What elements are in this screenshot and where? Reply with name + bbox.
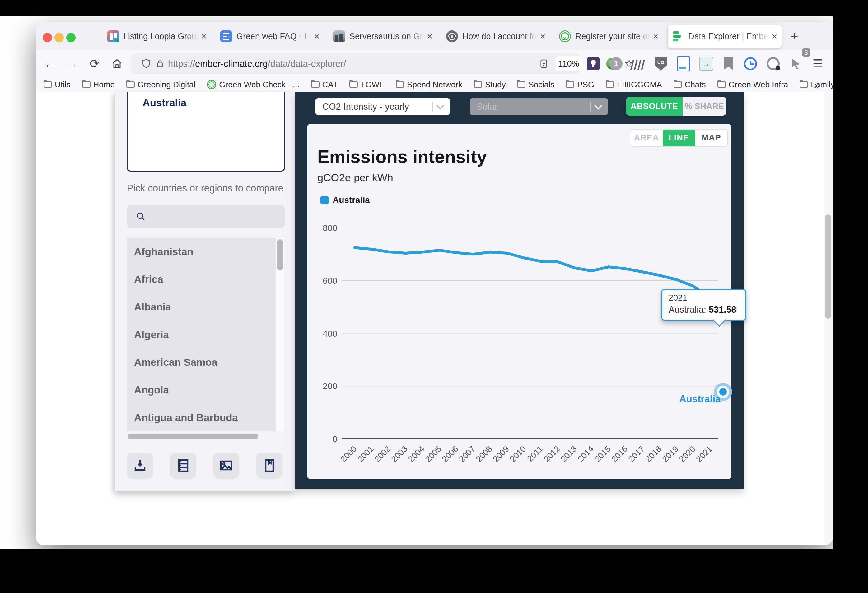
tracking-shield-icon[interactable] (140, 53, 152, 74)
minimize-window-button[interactable] (55, 33, 64, 42)
save-view-button[interactable] (256, 453, 282, 479)
tab-close-icon[interactable]: × (427, 32, 433, 41)
back-button[interactable]: ← (41, 50, 59, 78)
selected-countries-box[interactable]: Australia (127, 92, 285, 172)
chart-card: AREA LINE MAP Emissions intensity gCO2e … (307, 124, 731, 479)
selected-country[interactable]: Australia (143, 97, 186, 109)
browser-tab-2[interactable]: Green web FAQ - I am us× (216, 26, 324, 47)
bookmark-label: CAT (322, 80, 338, 90)
bookmark-item-4[interactable]: Green Web Check - ... (207, 80, 299, 90)
browser-tab-6[interactable]: Data Explorer | Ember | E× (668, 25, 781, 48)
country-list-item[interactable]: Albania (127, 293, 276, 321)
zoom-level-button[interactable]: 110% (556, 56, 582, 71)
download-data-button[interactable] (127, 453, 153, 479)
svg-text:200: 200 (323, 381, 337, 391)
bookmark-item-5[interactable]: CAT (311, 80, 338, 90)
bookmark-label: Socials (528, 80, 554, 90)
tab-close-icon[interactable]: × (201, 32, 207, 41)
metric-dropdown[interactable]: CO2 Intensity - yearly (316, 98, 450, 115)
bookmark-label: Study (485, 80, 506, 90)
tab-bar: Listing Loopia Group bra×Green web FAQ -… (36, 22, 833, 50)
extension-privacy-lock-icon[interactable] (766, 53, 781, 74)
svg-text:2006: 2006 (440, 444, 460, 464)
country-list-item[interactable]: Angola (127, 376, 276, 404)
reader-mode-icon[interactable] (537, 53, 551, 74)
bookmark-item-6[interactable]: TGWF (349, 80, 385, 90)
view-tab-area[interactable]: AREA (630, 129, 663, 146)
country-list-item[interactable]: Africa (127, 265, 276, 293)
extension-password-icon[interactable]: 1 (608, 53, 623, 74)
bookmarks-overflow-chevron[interactable]: » (814, 78, 820, 91)
url-path: /data/data-explorer/ (268, 59, 346, 69)
bookmark-item-12[interactable]: Chats (673, 80, 706, 90)
extension-ublock-icon[interactable]: UO (653, 53, 668, 74)
extension-notes-icon[interactable] (676, 53, 691, 74)
bookmark-label: Utils (55, 80, 71, 90)
tab-close-icon[interactable]: × (540, 32, 545, 41)
search-icon (136, 211, 146, 222)
reload-button[interactable]: ⟳ (86, 50, 103, 78)
tab-title: Serversaurus on Green W (349, 32, 424, 41)
country-list-item[interactable]: Antigua and Barbuda (127, 404, 276, 431)
data-table-button[interactable] (170, 453, 196, 479)
bookmark-item-10[interactable]: PSG (566, 80, 594, 90)
extension-cursor-icon[interactable]: 3 (788, 53, 803, 74)
country-list-item[interactable]: Algeria (127, 321, 276, 349)
browser-tab-5[interactable]: Register your site or serv× (555, 26, 663, 47)
country-list-item[interactable]: Afghanistan (127, 238, 276, 265)
menu-hamburger-icon[interactable]: ☰ (810, 53, 825, 74)
chart-panel: CO2 Intensity - yearly Solar ABSOLUTE % … (295, 92, 744, 489)
extension-lightbulb-icon[interactable] (586, 53, 601, 74)
chart-legend[interactable]: Australia (320, 195, 370, 205)
bookmark-label: Green Web Check - ... (219, 80, 299, 90)
share-toggle-button[interactable]: % SHARE (683, 97, 726, 116)
bookmark-item-13[interactable]: Green Web Infra (717, 80, 788, 90)
view-tab-line[interactable]: LINE (663, 129, 695, 146)
fav-doc-icon (220, 31, 232, 42)
country-list-item[interactable]: American Samoa (127, 349, 276, 376)
new-tab-button[interactable]: + (791, 29, 798, 44)
browser-tab-1[interactable]: Listing Loopia Group bra× (103, 26, 211, 47)
chart-tooltip: 2021 Australia: 531.58 (661, 289, 746, 321)
folder-icon (566, 81, 574, 88)
absolute-toggle-button[interactable]: ABSOLUTE (626, 97, 683, 116)
country-list-scroll-thumb[interactable] (277, 239, 283, 271)
fuel-dropdown-disabled[interactable]: Solar (470, 98, 608, 115)
bookmark-item-9[interactable]: Socials (517, 80, 554, 90)
extension-history-clock-icon[interactable] (743, 53, 758, 74)
bookmark-item-1[interactable]: Utils (44, 80, 71, 90)
tab-close-icon[interactable]: × (653, 32, 658, 41)
forward-button[interactable]: → (63, 50, 81, 78)
folder-icon (311, 81, 319, 88)
bookmark-item-7[interactable]: Spend Network (396, 80, 462, 90)
bookmark-item-11[interactable]: FIIIIGGGMA (606, 80, 662, 90)
fav-photo-icon (333, 31, 345, 42)
bookmark-item-8[interactable]: Study (474, 80, 506, 90)
close-window-button[interactable] (43, 33, 52, 42)
bookmark-item-2[interactable]: Home (82, 80, 115, 90)
url-text[interactable]: https://ember-climate.org/data/data-expl… (168, 53, 346, 74)
tab-close-icon[interactable]: × (314, 32, 319, 41)
view-tab-map[interactable]: MAP (695, 129, 727, 146)
folder-icon (606, 81, 614, 88)
browser-tab-3[interactable]: Serversaurus on Green W× (329, 26, 437, 47)
url-bar[interactable]: https://ember-climate.org/data/data-expl… (131, 53, 579, 74)
extension-pocket-icon[interactable] (721, 53, 736, 74)
svg-text:2002: 2002 (372, 444, 392, 464)
export-image-button[interactable] (213, 453, 239, 479)
home-button[interactable] (108, 50, 126, 78)
browser-tab-4[interactable]: How do I account for em× (442, 26, 550, 47)
lock-icon[interactable] (154, 53, 165, 74)
extension-library-icon[interactable]: |||| (630, 53, 645, 74)
zoom-window-button[interactable] (66, 33, 75, 42)
svg-text:2011: 2011 (526, 444, 545, 464)
page-scrollbar-thumb[interactable] (825, 215, 831, 319)
tab-title: Listing Loopia Group bra (124, 32, 198, 41)
folder-icon (44, 81, 52, 88)
bookmark-item-3[interactable]: Greening Digital (126, 80, 195, 90)
country-list-hscroll-thumb[interactable] (128, 434, 258, 439)
fav-greenweb-icon (559, 31, 571, 42)
tab-close-icon[interactable]: × (772, 32, 777, 41)
extension-send-icon[interactable]: → (699, 53, 714, 74)
country-search-input[interactable] (127, 205, 285, 228)
